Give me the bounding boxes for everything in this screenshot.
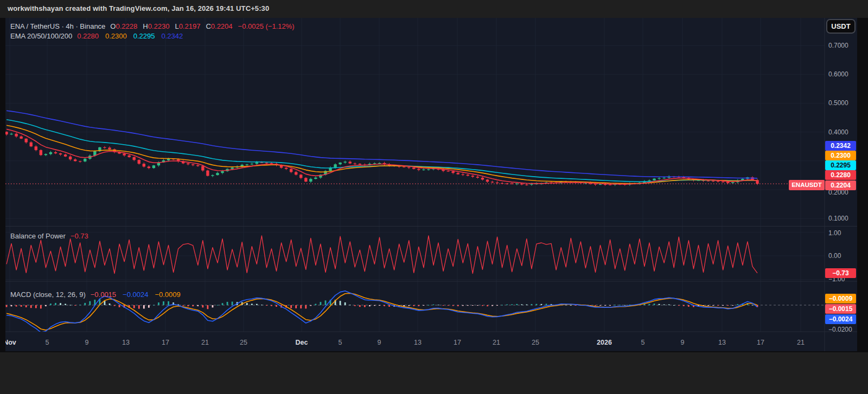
price-axis-label: 0.1000 [828,215,848,222]
ema-lines-layer [7,111,757,184]
bop-legend-row[interactable]: Balance of Power −0.73 [10,232,88,240]
ema-values: 0.22800.23000.22950.2342 [77,32,183,40]
indicator-badge: −0.0015 [825,304,856,314]
macd-value: −0.0015 [91,290,116,299]
macd-axis-label: −0.0200 [828,326,852,333]
time-axis-label: Dec [296,339,308,346]
bop-line [7,236,757,274]
time-axis-label: 17 [757,339,764,346]
ema-value: 0.2342 [162,32,183,40]
panel-separators [5,18,857,351]
attribution-text: workwithshayan created with TradingView.… [8,4,269,12]
ohlc-part: H0.2230 [143,22,169,30]
ema-title[interactable]: EMA 20/50/100/200 [10,32,72,40]
macd-values: −0.0015−0.0024−0.0009 [91,290,181,299]
ohlc-part: O0.2228 [110,22,137,30]
time-axis-label: 25 [240,339,247,346]
ema-value: 0.2300 [105,32,127,40]
ohlc-change: −0.0025 (−1.12%) [238,22,295,30]
attribution-bar: workwithshayan created with TradingView.… [0,0,868,18]
time-axis-label: 21 [493,339,500,346]
indicator-badge: −0.0024 [825,314,856,324]
time-axis-label: 17 [162,339,169,346]
macd-legend-row[interactable]: MACD (close, 12, 26, 9) −0.0015−0.0024−0… [10,290,181,299]
bop-axis-label: 0.00 [828,252,841,260]
chart-widget: ENA / TetherUS · 4h · Binance O0.2228H0.… [5,18,857,351]
price-badge: 0.2280 [825,170,856,180]
quote-currency-button[interactable]: USDT [826,19,856,34]
symbol-title[interactable]: ENA / TetherUS · 4h · Binance [10,22,105,30]
price-badge: 0.2342 [825,141,856,151]
indicator-badge: −0.73 [825,268,856,278]
time-axis-label: 21 [201,339,209,346]
time-axis-label: Nov [5,339,16,346]
ema-legend-row[interactable]: EMA 20/50/100/200 0.22800.23000.22950.23… [10,32,183,40]
time-axis-label: 25 [532,339,539,346]
time-axis-label: 21 [797,339,805,346]
price-axis-label: 0.5000 [828,99,848,107]
price-axis-label: 0.4000 [828,128,848,136]
chart-surface[interactable] [5,18,857,351]
ema-value: 0.2280 [77,32,99,40]
price-axis-label: 0.7000 [828,42,848,49]
ohlc-values: O0.2228H0.2230L0.2197C0.2204−0.0025 (−1.… [110,22,294,30]
grid-layer [5,18,825,332]
bop-axis-label: 1.00 [828,229,841,237]
price-axis-label: 0.6000 [828,70,848,78]
time-axis-label: 9 [681,339,685,346]
time-axis-label: 5 [339,339,342,346]
bop-value: −0.73 [71,232,88,240]
time-axis-label: 5 [46,339,49,346]
time-axis-label: 9 [85,339,89,346]
macd-value: −0.0024 [123,290,148,299]
time-axis-label: 9 [378,339,381,346]
time-axis-label: 17 [454,339,461,346]
macd-title[interactable]: MACD (close, 12, 26, 9) [10,290,86,299]
indicator-badge: −0.0009 [825,294,856,303]
time-axis-label: 13 [122,339,130,346]
price-badge: 0.2204 [825,180,856,190]
price-badge: 0.2295 [825,160,856,170]
price-badge: 0.2300 [825,151,856,160]
time-axis-label: 2026 [597,339,612,346]
time-axis-label: 13 [414,339,422,346]
ema-value: 0.2295 [133,32,155,40]
ohlc-part: L0.2197 [175,22,200,30]
ohlc-part: C0.2204 [206,22,232,30]
footer-bar: TradingView [0,352,868,394]
symbol-legend-row[interactable]: ENA / TetherUS · 4h · Binance O0.2228H0.… [10,22,295,30]
time-axis-label: 13 [718,339,726,346]
bop-title[interactable]: Balance of Power [10,232,66,240]
candles-layer [5,131,759,186]
last-price-symbol-tag: ENAUSDT [789,180,825,190]
macd-value: −0.0009 [155,290,180,299]
time-axis-label: 5 [641,339,645,346]
